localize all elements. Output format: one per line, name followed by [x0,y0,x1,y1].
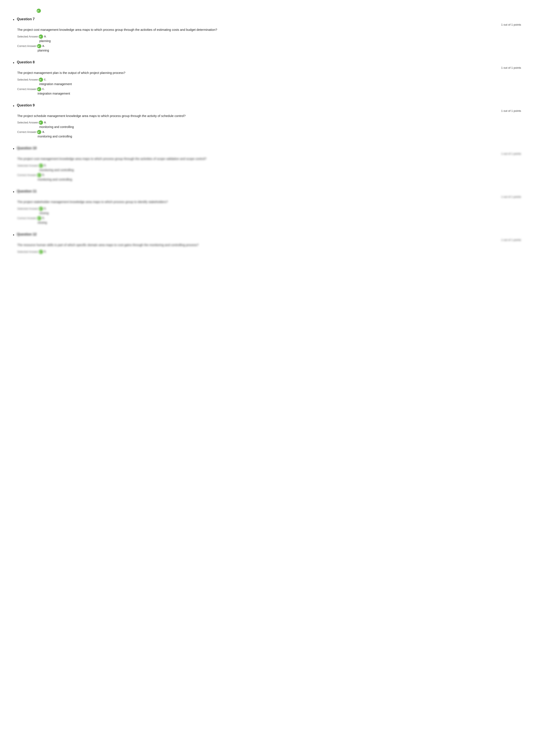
correct-answer-text-q9: monitoring and controlling [38,135,72,138]
correct-answer-label-q11: Correct Answer: [17,216,37,220]
correct-check-icon-q10 [37,173,41,177]
question-text-q7: The project cost management knowledge ar… [17,28,521,32]
question-header-q12: • Question 12 [13,232,521,237]
correct-answer-label-q9: Correct Answer: [17,130,37,134]
selected-answer-label-q9: Selected Answer: [17,121,39,124]
correct-answer-text-q7: planning [38,49,49,52]
correct-answer-row-q8: Correct Answer: c. integration managemen… [17,87,521,95]
selected-answer-text-q9: monitoring and controlling [39,125,74,129]
question-block-q8: • Question 8 1 out of 1 points The proje… [13,60,521,96]
question-text-q12: The resource human skills is part of whi… [17,243,521,248]
selected-check-icon-q7 [39,35,43,39]
selected-check-icon-q11 [39,206,43,211]
selected-answer-inline-q8: c. [39,78,72,82]
correct-answer-text-q11: closing [38,221,47,224]
question-title-q7: Question 7 [17,17,35,21]
correct-answer-label-q8: Correct Answer: [17,87,37,91]
selected-answer-label-q12: Selected Answer: [17,250,39,253]
correct-answer-inline-q7: a. [37,44,49,49]
selected-answer-row-q10: Selected Answer: b. monitoring and contr… [17,164,521,172]
correct-answer-row-q10: Correct Answer: b. monitoring and contro… [17,173,521,181]
selected-answer-value-q10: b. monitoring and controlling [39,164,74,172]
correct-answer-letter-q9: a. [42,130,45,133]
selected-answer-label-q7: Selected Answer: [17,35,39,38]
question-block-q11: • Question 11 1 out of 1 points The proj… [13,189,521,226]
correct-answer-value-q8: c. integration management [37,87,70,95]
top-correct-answer-value [37,9,42,14]
question-block-q7: • Question 7 1 out of 1 points The proje… [13,17,521,53]
top-correct-answer-block [13,9,521,14]
question-title-q12: Question 12 [17,232,37,236]
selected-answer-value-q8: c. integration management [39,78,72,86]
selected-answer-row-q8: Selected Answer: c. integration manageme… [17,78,521,86]
bullet-q7: • [13,18,14,22]
selected-answer-letter-q7: a. [44,35,46,38]
selected-answer-inline-q12: b. [39,250,46,255]
question-text-q8: The project management plan is the outpu… [17,71,521,75]
selected-answer-label-q10: Selected Answer: [17,164,39,167]
selected-answer-letter-q12: b. [44,250,46,253]
selected-answer-text-q10: monitoring and controlling [39,168,74,172]
selected-answer-value-q12: b. [39,250,46,255]
points-q7: 1 out of 1 points [13,23,521,26]
correct-answer-inline-q10: b. [37,173,72,178]
selected-answer-inline-q11: b. [39,206,49,211]
bullet-q11: • [13,190,14,194]
selected-answer-inline-q10: b. [39,164,74,168]
question-block-q12: • Question 12 1 out of 1 points The reso… [13,232,521,256]
selected-answer-inline-q9: a. [39,121,74,125]
correct-answer-row-q9: Correct Answer: a. monitoring and contro… [17,130,521,138]
correct-answer-letter-q11: b. [42,216,45,220]
selected-answer-value-q9: a. monitoring and controlling [39,121,74,129]
selected-answer-letter-q9: a. [44,121,46,124]
correct-answer-row-q11: Correct Answer: b. closing [17,216,521,224]
correct-answer-letter-q10: b. [42,173,45,176]
top-correct-answer-inline [37,9,42,14]
points-q10: 1 out of 1 points [13,152,521,155]
correct-answer-text-q10: monitoring and controlling [38,178,72,181]
bullet-q10: • [13,147,14,151]
selected-answer-letter-q10: b. [44,164,46,167]
bullet-q12: • [13,233,14,237]
correct-answer-value-q11: b. closing [37,216,47,224]
correct-check-icon-q11 [37,216,41,220]
selected-check-icon-q9 [39,121,43,125]
top-correct-answer-label [17,9,37,9]
selected-answer-row-q11: Selected Answer: b. closing [17,206,521,215]
bullet-q9: • [13,104,14,108]
selected-check-icon-q12 [39,250,43,254]
correct-answer-value-q9: a. monitoring and controlling [37,130,72,138]
correct-answer-label-q10: Correct Answer: [17,173,37,177]
question-title-q9: Question 9 [17,103,35,107]
points-q8: 1 out of 1 points [13,66,521,69]
correct-answer-label-q7: Correct Answer: [17,44,37,48]
correct-answer-value-q7: a. planning [37,44,49,52]
selected-answer-text-q8: integration management [39,82,72,86]
question-header-q10: • Question 10 [13,146,521,151]
questions-container: • Question 7 1 out of 1 points The proje… [13,17,521,256]
correct-answer-letter-q8: c. [42,87,44,91]
correct-answer-text-q8: integration management [38,92,70,95]
selected-answer-label-q11: Selected Answer: [17,206,39,210]
correct-check-icon-q7 [37,44,41,48]
points-q11: 1 out of 1 points [13,195,521,199]
question-text-q10: The project cost management knowledge ar… [17,157,521,161]
correct-answer-inline-q9: a. [37,130,72,135]
question-header-q8: • Question 8 [13,60,521,65]
selected-answer-value-q11: b. closing [39,206,49,215]
correct-answer-inline-q11: b. [37,216,47,221]
question-title-q10: Question 10 [17,146,37,150]
question-header-q11: • Question 11 [13,189,521,194]
question-title-q8: Question 8 [17,60,35,64]
correct-answer-inline-q8: c. [37,87,70,92]
correct-check-icon-q9 [37,130,41,134]
selected-answer-text-q11: closing [39,211,49,215]
selected-answer-label-q8: Selected Answer: [17,78,39,81]
selected-answer-value-q7: a. planning [39,35,51,43]
top-correct-answer-row [17,9,521,14]
question-title-q11: Question 11 [17,189,37,193]
selected-answer-row-q9: Selected Answer: a. monitoring and contr… [17,121,521,129]
points-q9: 1 out of 1 points [13,109,521,113]
selected-answer-letter-q11: b. [44,206,46,210]
selected-check-icon-q8 [39,78,43,82]
